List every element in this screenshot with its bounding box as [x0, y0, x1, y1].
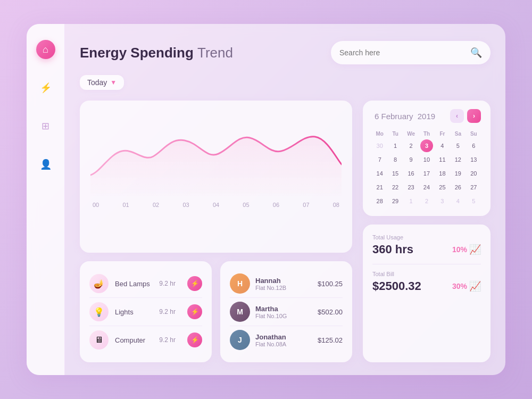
- calendar-title: 6 February 2019: [372, 112, 435, 121]
- list-item: 💡 Lights 9.2 hr ⚡: [89, 298, 202, 326]
- cal-day[interactable]: 22: [389, 181, 402, 194]
- usage-value: 360 hrs: [372, 243, 413, 256]
- cal-day[interactable]: 17: [420, 167, 433, 180]
- user-info-1: Martha Flat No.10G: [255, 305, 312, 319]
- bill-change: 30% 📈: [452, 280, 481, 292]
- calendar-next-button[interactable]: ›: [467, 109, 481, 123]
- cal-day[interactable]: 19: [452, 167, 464, 180]
- cal-day[interactable]: 29: [389, 195, 402, 207]
- cal-day[interactable]: 14: [373, 167, 386, 180]
- cal-day[interactable]: 2: [405, 139, 418, 152]
- calendar-prev-button[interactable]: ‹: [450, 109, 464, 123]
- computer-icon: 🖥: [89, 330, 109, 350]
- chart-card: 00 01 02 03 04 05 06 07 08: [80, 101, 352, 253]
- cal-day[interactable]: 8: [389, 153, 402, 166]
- cal-day[interactable]: 20: [467, 167, 480, 180]
- title-bold: Energy Spending: [80, 45, 194, 61]
- cal-day[interactable]: 6: [467, 139, 480, 152]
- cal-day[interactable]: 23: [405, 181, 418, 194]
- usage-change: 10% 📈: [452, 244, 481, 255]
- chart-label-6: 06: [273, 202, 279, 208]
- cal-day[interactable]: 11: [436, 153, 448, 166]
- calendar-grid: Mo Tu We Th Fr Sa Su 30 1 2 3 4 5: [372, 129, 481, 207]
- users-card: H Hannah Flat No.12B $100.25 M Martha: [220, 261, 352, 362]
- chart-label-8: 08: [333, 202, 339, 208]
- search-bar[interactable]: 🔍: [331, 41, 491, 64]
- device-badge-2[interactable]: ⚡: [187, 332, 202, 347]
- cal-day-label-th: Th: [419, 129, 434, 138]
- cal-day[interactable]: 25: [436, 181, 448, 194]
- user-name-1: Martha: [255, 305, 312, 313]
- cal-day[interactable]: 9: [405, 153, 418, 166]
- list-item: M Martha Flat No.10G $502.00: [230, 298, 343, 326]
- chart-label-0: 00: [93, 202, 99, 208]
- cal-day-label-sa: Sa: [451, 129, 465, 138]
- device-hours-0: 9.2 hr: [159, 280, 176, 287]
- device-name-0: Bed Lamps: [115, 280, 153, 288]
- search-icon: 🔍: [470, 47, 482, 59]
- sidebar-item-grid[interactable]: ⊞: [36, 117, 55, 136]
- date-filter-label: Today: [87, 78, 107, 87]
- chart-label-2: 02: [153, 202, 159, 208]
- chart-label-4: 04: [213, 202, 219, 208]
- cal-day[interactable]: 3: [436, 195, 448, 207]
- calendar-date: 6 February: [375, 112, 413, 121]
- usage-row: 360 hrs 10% 📈: [372, 243, 481, 256]
- total-bill-section: Total Bill $2500.32 30% 📈: [372, 271, 481, 293]
- cal-day[interactable]: 7: [373, 153, 386, 166]
- cal-day[interactable]: 13: [467, 153, 480, 166]
- cal-day[interactable]: 26: [452, 181, 464, 194]
- cal-day[interactable]: 27: [467, 181, 480, 194]
- cal-day[interactable]: 18: [436, 167, 448, 180]
- cal-day[interactable]: 1: [405, 195, 418, 207]
- cal-day[interactable]: 10: [420, 153, 433, 166]
- bill-value: $2500.32: [372, 279, 421, 293]
- cal-day[interactable]: 24: [420, 181, 433, 194]
- sidebar-item-home[interactable]: ⌂: [36, 40, 55, 59]
- sidebar-item-energy[interactable]: ⚡: [36, 78, 55, 97]
- list-item: 🖥 Computer 9.2 hr ⚡: [89, 326, 202, 354]
- search-input[interactable]: [339, 48, 465, 57]
- bottom-row: 🪔 Bed Lamps 9.2 hr ⚡ 💡 Lights 9.2 hr ⚡: [80, 261, 352, 362]
- content-row: 00 01 02 03 04 05 06 07 08: [80, 101, 491, 362]
- sidebar-item-profile[interactable]: 👤: [36, 155, 55, 174]
- usage-label: Total Usage: [372, 234, 481, 240]
- user-name-2: Jonathan: [255, 333, 312, 341]
- bed-lamps-icon: 🪔: [89, 274, 109, 293]
- cal-day[interactable]: 12: [452, 153, 464, 166]
- cal-day[interactable]: 16: [405, 167, 418, 180]
- date-filter[interactable]: Today ▼: [80, 75, 124, 90]
- dashboard: ⌂ ⚡ ⊞ 👤 Energy Spending Trend 🔍 Today ▼: [27, 24, 505, 375]
- cal-day-label-su: Su: [467, 129, 481, 138]
- trend-up-icon-2: 📈: [469, 280, 481, 292]
- cal-day[interactable]: 4: [452, 195, 464, 207]
- cal-day[interactable]: 15: [389, 167, 402, 180]
- calendar-header: 6 February 2019 ‹ ›: [372, 109, 481, 123]
- cal-day[interactable]: 1: [389, 139, 402, 152]
- cal-day-today[interactable]: 3: [420, 139, 433, 152]
- cal-day[interactable]: 5: [452, 139, 464, 152]
- user-name-0: Hannah: [255, 277, 312, 285]
- cal-day[interactable]: 21: [373, 181, 386, 194]
- cal-day[interactable]: 4: [436, 139, 448, 152]
- user-amount-0: $100.25: [318, 280, 343, 288]
- cal-day[interactable]: 2: [420, 195, 433, 207]
- device-badge-0[interactable]: ⚡: [187, 276, 202, 291]
- user-flat-2: Flat No.08A: [255, 341, 312, 347]
- cal-day[interactable]: 5: [467, 195, 480, 207]
- left-column: 00 01 02 03 04 05 06 07 08: [80, 101, 352, 362]
- bill-row: $2500.32 30% 📈: [372, 279, 481, 293]
- calendar-card: 6 February 2019 ‹ › Mo Tu We Th Fr: [363, 101, 491, 216]
- total-usage-section: Total Usage 360 hrs 10% 📈: [372, 234, 481, 256]
- energy-chart: [90, 111, 342, 196]
- user-flat-0: Flat No.12B: [255, 285, 312, 291]
- page-title: Energy Spending Trend: [80, 45, 233, 61]
- cal-day[interactable]: 30: [373, 139, 386, 152]
- user-info-2: Jonathan Flat No.08A: [255, 333, 312, 347]
- chart-labels: 00 01 02 03 04 05 06 07 08: [90, 198, 342, 208]
- list-item: 🪔 Bed Lamps 9.2 hr ⚡: [89, 270, 202, 298]
- device-badge-1[interactable]: ⚡: [187, 304, 202, 319]
- cal-day[interactable]: 28: [373, 195, 386, 207]
- trend-up-icon: 📈: [469, 244, 481, 255]
- device-name-2: Computer: [115, 336, 153, 344]
